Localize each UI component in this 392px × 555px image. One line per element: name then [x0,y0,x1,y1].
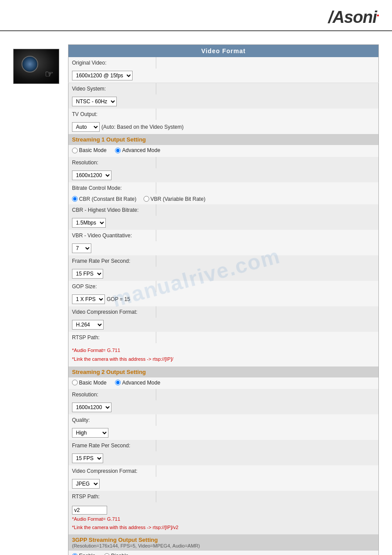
s1-compression-label: Video Compression Format: [68,306,156,318]
gpp-header: 3GPP Streaming Output Setting (Resolutio… [68,534,379,551]
streaming2-header-text: Streaming 2 Output Setting [72,369,146,375]
s1-compression-select[interactable]: H.264 H.265 MJPEG [72,320,104,330]
s1-resolution-value[interactable]: 1600x1200 1280x960 1024x768 800x600 640x… [68,168,378,182]
tv-output-label: TV Output: [68,109,156,120]
camera-thumbnail: ☞ [13,49,59,84]
gpp-enable-radio[interactable] [72,553,78,555]
vbr-quant-value[interactable]: 123 456 78910 [68,241,378,255]
original-video-select[interactable]: 1600x1200 @ 15fps 1280x960 @ 15fps 1024x… [72,71,133,80]
s2-resolution-value[interactable]: 1600x1200 1280x960 1024x768 [68,400,378,414]
original-video-label: Original Video: [68,57,156,69]
tv-output-note: (Auto: Based on the Video System) [101,124,183,130]
cbr-highest-value[interactable]: 0.5Mbps 1Mbps 1.5Mbps 2Mbps 3Mbps 4Mbps [68,216,378,230]
page-header: /Asoni● [0,0,392,31]
s2-framerate-value[interactable]: 1 FPS5 FPS10 FPS 15 FPS20 FPS25 FPS30 FP… [68,451,378,465]
vbr-label: VBR (Variable Bit Rate) [151,196,205,202]
streaming2-mode-row: Basic Mode Advanced Mode [68,377,379,389]
vbr-quant-label: VBR - Video Quantitative: [68,230,156,241]
s1-resolution-label: Resolution: [68,157,156,168]
s1-resolution-select[interactable]: 1600x1200 1280x960 1024x768 800x600 640x… [72,170,111,180]
gpp-header-text: 3GPP Streaming Output Setting [72,537,158,543]
s2-compression-value[interactable]: JPEG H.264 H.265 [68,477,378,491]
streaming1-advanced-mode-radio[interactable] [115,148,121,153]
s1-framerate-label: Frame Rate Per Second: [68,255,156,267]
s2-link-note: *Link the camera with this address -> rt… [72,524,178,531]
gpp-note: (Resolution=176x144, FPS=5, Video=MPEG4,… [72,543,375,548]
gpp-enable-label: Enable [79,553,95,555]
video-system-label: Video System: [68,83,156,94]
tv-output-select[interactable]: Auto NTSC PAL [72,122,100,132]
streaming1-header-text: Streaming 1 Output Setting [72,136,146,143]
streaming2-advanced-mode-label: Advanced Mode [122,380,160,386]
video-system-value[interactable]: NTSC - 60Hz PAL - 50Hz [68,94,378,109]
s2-resolution-select[interactable]: 1600x1200 1280x960 1024x768 [72,403,111,412]
original-video-value[interactable]: 1600x1200 @ 15fps 1280x960 @ 15fps 1024x… [68,69,378,83]
s2-quality-label: Quality: [68,414,156,426]
streaming2-header: Streaming 2 Output Setting [68,366,379,377]
vbr-radio[interactable] [144,196,149,202]
s2-framerate-label: Frame Rate Per Second: [68,440,156,451]
s2-quality-value[interactable]: Low Medium High Very High [68,426,378,440]
s2-audio-format: *Audio Format= G.711 [72,515,120,523]
tv-output-value[interactable]: Auto NTSC PAL (Auto: Based on the Video … [68,120,378,134]
gop-value-text: GOP = 15 [107,296,130,302]
s2-rtsp-path-input[interactable] [72,506,107,515]
page-body: ☞ Video Format Original Video: 1600x1200… [0,31,392,555]
streaming2-basic-mode-label: Basic Mode [79,380,107,386]
s1-framerate-select[interactable]: 1 FPS5 FPS10 FPS 15 FPS20 FPS25 FPS30 FP… [72,269,103,279]
cbr-highest-label: CBR - Highest Video Bitrate: [68,204,156,216]
s1-framerate-value[interactable]: 1 FPS5 FPS10 FPS 15 FPS20 FPS25 FPS30 FP… [68,267,378,281]
camera-lens-icon [22,56,38,73]
logo: /Asoni● [328,8,379,27]
streaming1-basic-mode-label: Basic Mode [79,147,107,153]
s1-audio-format: *Audio Format= G.711 [72,347,120,354]
s2-compression-select[interactable]: JPEG H.264 H.265 [72,479,100,489]
gop-size-label: GOP Size: [68,281,156,292]
gop-size-select[interactable]: 1 X FPS 2 X FPS 3 X FPS [72,294,105,304]
video-format-table: Video Format Original Video: 1600x1200 @… [68,44,379,555]
s2-quality-select[interactable]: Low Medium High Very High [72,428,108,438]
gpp-disable-label: Disable [111,553,129,555]
video-format-title: Video Format [68,45,379,58]
streaming1-advanced-mode-label: Advanced Mode [122,147,160,153]
s1-rtsp-value: *Audio Format= G.711 *Link the camera wi… [68,343,378,366]
streaming1-mode-row: Basic Mode Advanced Mode [68,145,379,157]
bitrate-control-value: CBR (Constant Bit Rate) VBR (Variable Bi… [68,194,378,204]
gpp-disable-radio[interactable] [104,553,110,555]
s2-framerate-select[interactable]: 1 FPS5 FPS10 FPS 15 FPS20 FPS25 FPS30 FP… [72,453,103,463]
streaming2-advanced-mode-radio[interactable] [115,380,121,385]
gpp-enable-row: Enable Disable [68,551,379,555]
video-system-select[interactable]: NTSC - 60Hz PAL - 50Hz [72,97,117,106]
s1-link-note: *Link the camera with this address -> rt… [72,355,173,363]
s1-compression-value[interactable]: H.264 H.265 MJPEG [68,318,378,332]
s2-resolution-label: Resolution: [68,389,156,400]
main-panel: Video Format Original Video: 1600x1200 @… [68,44,379,555]
streaming1-header: Streaming 1 Output Setting [68,134,379,145]
streaming1-basic-mode-radio[interactable] [72,148,78,153]
streaming2-basic-mode-radio[interactable] [72,380,78,385]
cbr-highest-select[interactable]: 0.5Mbps 1Mbps 1.5Mbps 2Mbps 3Mbps 4Mbps [72,218,106,228]
s2-rtsp-label: RTSP Path: [68,491,156,502]
s2-compression-label: Video Compression Format: [68,465,156,477]
gop-size-value[interactable]: 1 X FPS 2 X FPS 3 X FPS GOP = 15 [68,292,378,306]
cbr-radio[interactable] [72,196,78,202]
s2-rtsp-value: *Audio Format= G.711 *Link the camera wi… [68,502,378,534]
bitrate-control-label: Bitrate Control Mode: [68,182,156,194]
cbr-label: CBR (Constant Bit Rate) [79,196,137,202]
hand-icon: ☞ [45,69,54,80]
vbr-quant-select[interactable]: 123 456 78910 [72,243,91,253]
s1-rtsp-label: RTSP Path: [68,332,156,343]
